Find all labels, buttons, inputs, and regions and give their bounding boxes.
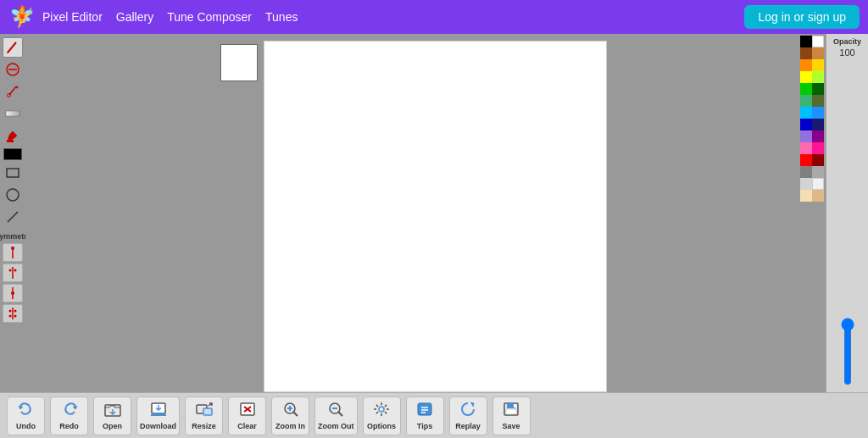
redo-label: Redo — [59, 422, 79, 430]
color-swatch[interactable] — [3, 148, 22, 160]
svg-point-10 — [7, 189, 19, 201]
palette-color[interactable] — [812, 154, 824, 166]
save-label: Save — [502, 422, 520, 430]
open-icon — [103, 401, 122, 420]
svg-line-0 — [8, 42, 16, 53]
download-button[interactable]: Download — [136, 396, 180, 435]
palette-color[interactable] — [800, 154, 812, 166]
eyedropper-tool[interactable] — [3, 81, 23, 102]
zoom-in-label: Zoom In — [275, 422, 305, 430]
color-preview-box[interactable] — [220, 44, 258, 81]
palette-color[interactable] — [800, 142, 812, 154]
symmetry-4-button[interactable] — [3, 304, 23, 323]
symmetry-vh-button[interactable] — [3, 284, 23, 302]
svg-point-23 — [14, 315, 17, 318]
palette-color[interactable] — [812, 36, 824, 47]
redo-button[interactable]: Redo — [50, 396, 88, 435]
palette-color[interactable] — [800, 71, 812, 83]
palette-row — [800, 83, 824, 95]
palette-color[interactable] — [812, 142, 824, 154]
svg-line-34 — [293, 412, 298, 416]
gradient-tool[interactable] — [3, 103, 23, 124]
header: 🧚 Pixel Editor Gallery Tune Composer Tun… — [0, 0, 868, 34]
symmetry-h-button[interactable] — [3, 263, 23, 282]
resize-label: Resize — [192, 422, 216, 430]
palette-color[interactable] — [800, 190, 812, 202]
palette-color[interactable] — [812, 47, 824, 59]
logo: 🧚 — [8, 3, 36, 30]
pencil-tool[interactable] — [3, 37, 23, 58]
options-label: Options — [367, 422, 396, 430]
fill-tool[interactable] — [3, 125, 23, 146]
svg-point-13 — [11, 247, 14, 250]
opacity-slider-container — [839, 58, 856, 389]
palette-color[interactable] — [812, 59, 824, 71]
palette-row — [800, 71, 824, 83]
tips-button[interactable]: Tips — [406, 396, 444, 435]
palette-row — [800, 190, 824, 202]
svg-rect-29 — [203, 408, 212, 415]
palette-color[interactable] — [812, 178, 824, 190]
options-icon — [372, 401, 391, 420]
save-button[interactable]: Save — [492, 396, 531, 435]
open-button[interactable]: Open — [93, 396, 131, 435]
palette-row — [800, 166, 824, 178]
svg-point-22 — [9, 315, 12, 318]
zoom-out-button[interactable]: Zoom Out — [314, 396, 358, 435]
resize-button[interactable]: Resize — [185, 396, 223, 435]
palette-color[interactable] — [812, 95, 824, 107]
palette-row — [800, 59, 824, 71]
palette-row — [800, 178, 824, 190]
palette-color[interactable] — [800, 166, 812, 178]
symmetry-section: Symmetry — [2, 232, 24, 324]
eraser-tool[interactable] — [3, 59, 23, 80]
tips-label: Tips — [417, 422, 432, 430]
palette-color[interactable] — [800, 107, 812, 119]
palette-row — [800, 95, 824, 107]
palette-color[interactable] — [800, 130, 812, 142]
palette-color[interactable] — [800, 178, 812, 190]
nav-tunes[interactable]: Tunes — [265, 10, 298, 24]
nav-tune-composer[interactable]: Tune Composer — [167, 10, 252, 24]
svg-point-40 — [379, 407, 384, 412]
main-area: Symmetry — [0, 34, 868, 392]
palette-color[interactable] — [812, 119, 824, 130]
svg-point-16 — [14, 269, 17, 272]
undo-icon — [17, 401, 36, 420]
undo-button[interactable]: Undo — [7, 396, 45, 435]
palette-color[interactable] — [812, 71, 824, 83]
opacity-slider[interactable] — [839, 318, 856, 385]
palette-row — [800, 36, 824, 47]
nav-pixel-editor[interactable]: Pixel Editor — [42, 10, 103, 24]
palette-color[interactable] — [800, 59, 812, 71]
circle-tool[interactable] — [3, 185, 23, 205]
palette-color[interactable] — [812, 130, 824, 142]
svg-point-20 — [9, 310, 12, 313]
logo-icon: 🧚 — [9, 5, 35, 29]
line-tool[interactable] — [3, 207, 23, 227]
login-button[interactable]: Log in or sign up — [744, 5, 860, 29]
palette-color[interactable] — [800, 95, 812, 107]
opacity-label: Opacity — [833, 37, 861, 46]
palette-color[interactable] — [800, 119, 812, 130]
palette-color[interactable] — [800, 47, 812, 59]
palette-row — [800, 130, 824, 142]
rectangle-tool[interactable] — [3, 163, 23, 183]
palette-color[interactable] — [812, 190, 824, 202]
zoom-in-button[interactable]: Zoom In — [271, 396, 309, 435]
palette-color[interactable] — [800, 83, 812, 95]
save-icon — [502, 401, 520, 420]
open-label: Open — [103, 422, 122, 430]
canvas-area — [25, 34, 798, 392]
nav-gallery[interactable]: Gallery — [116, 10, 153, 24]
palette-color[interactable] — [812, 83, 824, 95]
clear-button[interactable]: Clear — [228, 396, 266, 435]
replay-button[interactable]: Replay — [449, 396, 487, 435]
options-button[interactable]: Options — [363, 396, 401, 435]
symmetry-v-button[interactable] — [3, 243, 23, 262]
palette-color[interactable] — [812, 107, 824, 119]
replay-icon — [459, 401, 477, 420]
palette-color[interactable] — [812, 166, 824, 178]
palette-color[interactable] — [800, 36, 812, 47]
drawing-canvas[interactable] — [264, 41, 607, 392]
